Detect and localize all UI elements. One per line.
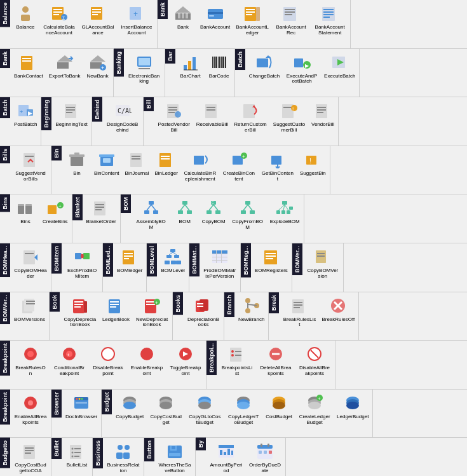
item-bincontent[interactable]: BinContent [91,147,122,184]
item-bankaccount[interactable]: BankAccount [198,1,233,38]
svg-rect-26 [256,7,260,21]
svg-rect-127 [149,201,154,205]
svg-rect-35 [323,17,330,18]
item-bulletlist[interactable]: BulletList [63,439,91,470]
item-copydepreciationbook[interactable]: CopyDepreciationBook [61,294,99,330]
postedvendorbill-label: PostedVendorBill [158,122,191,133]
item-bankaccountrec[interactable]: BankAccountRec [272,1,310,38]
item-bankcontact[interactable]: BankContact [11,50,46,81]
item-orderbyduedate[interactable]: OrderByDueDate [246,439,284,476]
item-disableallbreakpoints[interactable]: DisableAllBreakpoints [295,342,334,379]
item-electronicbanking[interactable]: ElectronicBanking [125,50,163,87]
item-getbincontent[interactable]: GetBinContent [259,147,297,184]
item-receivablebill[interactable]: ReceivableBill [194,99,231,135]
svg-rect-198 [110,306,116,308]
item-glaccountbalance[interactable]: GLAccountBalance [79,1,117,38]
item-binjournal[interactable]: BinJournal [123,147,152,184]
item-exporttobank[interactable]: ExportToBank [46,50,83,81]
item-assemblybom[interactable]: AssemblyBOM [132,196,170,233]
item-bins[interactable]: Bins [11,196,39,227]
item-breakpointslist[interactable]: BreakpointsList [218,342,256,379]
item-vendorbill[interactable]: VendorBill [309,99,337,135]
item-bom[interactable]: BOM [171,196,199,233]
item-suggestvendorbills[interactable]: SuggestVendorBills [11,147,50,184]
item-deleteallbreakpoints[interactable]: DeleteAllBreakpoints [257,342,295,379]
svg-text:+: + [58,203,62,209]
item-postedvendorbill[interactable]: PostedVendorBill [155,99,193,135]
item-copybomversion[interactable]: CopyBOMVersion [304,245,342,282]
item-bomledger[interactable]: BOMledger [114,245,145,276]
item-barcode[interactable]: BarCode [205,50,233,81]
item-bank[interactable]: Bank [169,1,197,38]
svg-rect-296 [264,451,267,454]
item-costbudget[interactable]: CostBudget [263,391,295,428]
item-bomlevel[interactable]: BOMLevel [158,245,187,276]
item-disablebreakpoint[interactable]: DisableBreakpoint [89,342,127,379]
svg-point-248 [159,402,172,409]
item-suggestbin[interactable]: ! SuggestBin [297,147,328,184]
item-bankaccountstatement[interactable]: BankAccountStatement [311,1,349,38]
item-copybomheader[interactable]: CopyBOMHeader [11,245,50,282]
item-explodebom[interactable]: ExplodeBOM [267,196,302,233]
item-copygltocostbudget[interactable]: CopyGLtoCostBudget [186,391,224,428]
item-balance[interactable]: Balance [11,1,39,38]
item-changebatch[interactable]: ChangeBatch [247,50,282,87]
item-calculatebinreplenishment[interactable]: CalculateBinReplenishment [181,147,219,184]
svg-rect-189 [26,303,35,304]
item-exchprodbomitem[interactable]: ExchProdBOMItem [63,245,101,282]
group-breakpoints: Breakpoi... BreakpointsList DeleteAllBre… [206,341,335,389]
item-insertbalanceaccount[interactable]: + InsertBalanceAccount [118,1,156,38]
item-binledger[interactable]: BinLedger [152,147,180,184]
item-copycostbudget[interactable]: CopyCostBudget [147,391,185,428]
item-copycostbudgettocoa[interactable]: CopyCostBudgettoCOA [11,439,50,476]
group-bank-2: Bank BankContact ExportToBank + [0,49,114,97]
item-newdepreciationbook[interactable]: + NewDepreciationBook [133,294,171,330]
item-businessrelation[interactable]: BusinessRelation [104,439,142,476]
orderbyduedate-icon [255,441,275,461]
item-copyfrombom[interactable]: CopyFromBOM [229,196,267,233]
item-calculatebalanceaccount[interactable]: Σ CalculateBalanceAccount [40,1,78,38]
item-enablebreakpoint[interactable]: EnableBreakpoint [128,342,166,379]
calculatebinreplenishment-icon [190,149,210,170]
explodebom-label: ExplodeBOM [270,219,300,225]
item-returncustomerbill[interactable]: ReturnCustomerBill [231,99,269,135]
svg-rect-23 [246,9,255,10]
item-bomversions[interactable]: BOMVersions [11,294,48,325]
item-togglebreakpoint[interactable]: ToggleBreakpoint [166,342,205,379]
item-executeandpostbatch[interactable]: ▶ ExecuteAndPostBatch [283,50,321,87]
item-enableallbreakpoints[interactable]: EnableAllBreakpoints [11,391,50,428]
item-executebatch[interactable]: ExecuteBatch [321,50,358,87]
item-suggestcustomerbill[interactable]: ! SuggestCustomerBill [270,99,308,135]
item-designcodebehind[interactable]: C/AL DesignCodeBehind [104,99,142,135]
item-barchart[interactable]: BarChart [177,50,205,81]
item-breakruleslist[interactable]: BreakRulesList [280,294,318,330]
item-newbranch[interactable]: NewBranch [236,294,267,325]
item-copyledgertobudget[interactable]: CopyLedgerToBudget [224,391,262,428]
item-copybudget[interactable]: CopyBudget [113,391,146,428]
item-createbins[interactable]: + CreateBins [40,196,71,227]
item-createbincontent[interactable]: + CreateBinContent [220,147,258,184]
item-newbank[interactable]: + NewBank [84,50,112,81]
svg-rect-58 [222,57,224,68]
group-bomitem: BOMItem ExchProdBOMItem [51,243,103,292]
item-docinbrowser[interactable]: DocInBrowser [63,391,100,422]
svg-text:▶: ▶ [28,110,32,116]
item-bomregisters[interactable]: BOMRegisters [252,245,290,276]
item-depreciationbooks[interactable]: DepreciationBooks [184,294,222,330]
item-copybom[interactable]: C CopyBOM [200,196,228,233]
item-bin[interactable]: Bin [63,147,91,184]
item-postbatch[interactable]: +▶ PostBatch [11,99,39,130]
item-beginningtext[interactable]: BeginningText [53,99,90,130]
item-ledgerbudget[interactable]: LedgerBudget [334,391,371,428]
item-ledgerbook[interactable]: LedgerBook [100,294,132,330]
svg-rect-97 [71,156,83,166]
item-breakrulesoff[interactable]: BreakRulesOff [319,294,357,330]
item-conditionalbreakpoint[interactable]: + ConditionalBreakpoint [50,342,88,379]
item-breakruleson[interactable]: BreakRulesOn [11,342,50,379]
item-bankaccountledger[interactable]: BankAccountLedger [233,1,271,38]
item-blanketorder[interactable]: BlanketOrder [84,196,119,227]
item-prodbommatrixperversion[interactable]: ProdBOMMatrixPerVersion [201,245,239,282]
item-wheresthesavebutton[interactable]: WheresTheSaveButton [156,439,194,476]
item-amountbyperiod[interactable]: AmountByPeriod [207,439,245,476]
item-createledgerbudget[interactable]: + CreateLedgerBudget [295,391,334,428]
